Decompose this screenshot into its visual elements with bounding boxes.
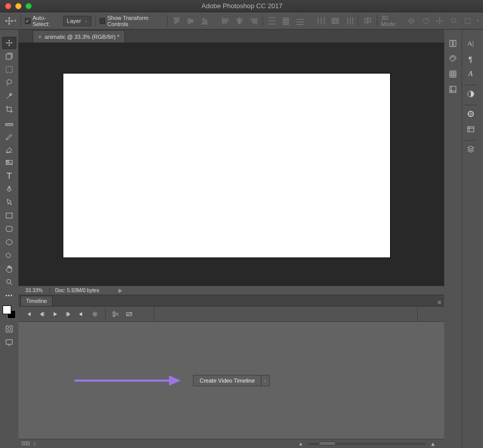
status-menu-icon[interactable]: ▶ [118,288,123,293]
zoom-tool[interactable] [2,276,16,288]
minimize-window-button[interactable] [15,3,21,9]
ruler-tool[interactable] [2,116,16,129]
auto-select-target[interactable]: Layer ⌄ [63,16,91,26]
brush-tool[interactable] [2,130,16,142]
close-window-button[interactable] [5,3,11,9]
document-tab[interactable]: × animatic @ 33.3% (RGB/8#) * [33,30,125,42]
ellipse-tool[interactable] [2,236,16,248]
canvas[interactable] [63,74,390,257]
type-tool[interactable] [2,170,16,182]
align-left-button[interactable] [221,15,230,27]
color-panel-icon[interactable] [446,52,460,65]
align-hcenter-button[interactable] [234,15,244,27]
play-button[interactable] [51,310,59,318]
gradient-tool[interactable] [2,156,16,169]
crop-tool[interactable] [2,103,16,115]
3d-scale-icon [463,15,472,27]
foreground-color[interactable] [3,305,11,314]
frame-counter: 000 [21,441,30,446]
panel-grip[interactable]: ::::: [2,32,17,36]
adjustments-panel-icon[interactable] [464,87,477,101]
svg-point-11 [451,18,455,22]
auto-align-button[interactable] [363,15,372,27]
eraser-tool[interactable] [2,143,16,155]
layers-panel-icon[interactable] [464,143,477,156]
properties-panel-icon[interactable] [446,83,460,96]
chevron-down-icon: ⌄ [84,18,88,23]
3d-roll-icon [421,15,430,27]
styles-panel-icon[interactable] [464,123,477,136]
timeline-zoom-slider[interactable]: ▲ ▲ [298,440,441,447]
rectangle-tool[interactable] [2,209,16,222]
distribute-top-button[interactable] [267,15,277,27]
edit-toolbar-button[interactable]: ••• [2,289,16,301]
distribute-right-button[interactable] [344,15,354,27]
panel-grip[interactable]: :::: [22,32,33,42]
doc-info[interactable]: Doc: 5.93M/0 bytes [50,288,104,293]
maximize-window-button[interactable] [26,3,32,9]
zoom-level[interactable]: 33.33% [18,288,50,293]
create-video-timeline-button[interactable]: Create Video Timeline [193,375,261,386]
show-transform-checkbox[interactable]: Show Transform Controls [100,15,163,27]
glyphs-panel-icon[interactable]: A [464,67,477,81]
canvas-viewport[interactable] [18,43,444,286]
next-frame-button[interactable] [64,310,73,318]
history-panel-icon[interactable] [446,37,460,50]
rounded-rect-tool[interactable] [2,223,16,235]
distribute-hcenter-button[interactable] [330,15,340,27]
timeline-scroll-right[interactable] [420,306,441,321]
artboard-tool[interactable] [2,50,16,62]
timeline-settings-button[interactable] [91,310,99,318]
panel-menu-icon[interactable]: ≡ [438,299,441,306]
svg-point-32 [452,56,453,57]
split-clip-button[interactable] [112,310,120,318]
svg-rect-29 [450,40,452,46]
align-top-button[interactable] [172,15,181,27]
svg-rect-7 [367,18,371,22]
distribute-bottom-button[interactable] [295,15,305,27]
swatches-panel-icon[interactable] [446,67,460,81]
timeline-tab[interactable]: Timeline [20,296,53,306]
render-icon[interactable]: ➲ [32,441,36,446]
move-tool[interactable] [2,37,16,49]
show-transform-label: Show Transform Controls [107,15,163,27]
align-vcenter-button[interactable] [186,15,196,27]
panel-grip[interactable]: ::::: [446,32,460,36]
custom-shape-tool[interactable] [2,249,16,262]
auto-select-checkbox[interactable]: ✓ Auto-Select: [25,15,59,27]
distribute-left-button[interactable] [316,15,326,27]
paragraph-panel-icon[interactable]: ¶ [464,52,477,65]
prev-frame-button[interactable] [38,310,46,318]
libraries-panel-icon[interactable] [464,107,477,121]
quick-mask-button[interactable] [2,323,16,335]
transition-button[interactable] [125,310,133,318]
screen-mode-button[interactable] [2,336,16,348]
lasso-tool[interactable] [2,77,16,89]
current-tool-icon[interactable]: ▾ [4,16,16,26]
annotation-arrow [75,374,182,387]
tools-panel: ::::: ••• [0,30,18,448]
path-select-tool[interactable] [2,196,16,208]
character-panel-icon[interactable]: A| [464,37,477,50]
svg-rect-1 [283,20,288,22]
svg-rect-34 [450,86,456,92]
go-to-first-frame-button[interactable] [25,310,33,318]
svg-point-36 [468,111,473,116]
magic-wand-tool[interactable] [2,90,16,102]
svg-point-20 [7,279,11,284]
color-swatches[interactable] [3,305,16,319]
marquee-tool[interactable] [2,63,16,76]
svg-rect-3 [332,18,333,23]
align-right-button[interactable] [249,15,258,27]
create-timeline-dropdown[interactable]: ⌄ [261,375,270,386]
timeline-ruler[interactable] [156,306,418,321]
svg-rect-6 [365,19,368,23]
panel-grip[interactable]: ::::: [464,32,477,36]
audio-mute-button[interactable] [78,310,86,318]
pen-tool[interactable] [2,183,16,195]
hand-tool[interactable] [2,263,16,275]
svg-point-26 [113,315,115,317]
distribute-vcenter-button[interactable] [281,15,291,27]
close-tab-icon[interactable]: × [38,34,41,40]
align-bottom-button[interactable] [200,15,209,27]
